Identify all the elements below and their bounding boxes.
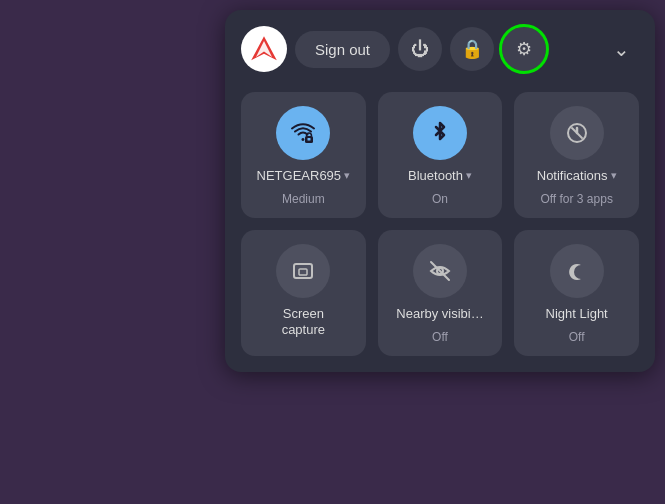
bluetooth-icon <box>426 119 454 147</box>
notifications-icon <box>563 119 591 147</box>
wifi-icon <box>288 118 318 148</box>
nearby-visibility-sublabel: Off <box>432 330 448 344</box>
settings-icon: ⚙ <box>516 38 532 60</box>
notifications-tile[interactable]: Notifications ▾ Off for 3 apps <box>514 92 639 218</box>
nearby-visibility-label: Nearby visibi… <box>396 306 483 322</box>
notifications-icon-circle <box>550 106 604 160</box>
lock-icon: 🔒 <box>461 38 483 60</box>
svg-rect-7 <box>294 264 312 278</box>
screen-capture-icon <box>289 257 317 285</box>
wifi-tile[interactable]: NETGEAR695 ▾ Medium <box>241 92 366 218</box>
night-light-sublabel: Off <box>569 330 585 344</box>
bluetooth-tile[interactable]: Bluetooth ▾ On <box>378 92 503 218</box>
quick-settings-grid: NETGEAR695 ▾ Medium Bluetooth ▾ On <box>241 92 639 356</box>
notifications-sublabel: Off for 3 apps <box>540 192 613 206</box>
header-row: Sign out ⏻ 🔒 ⚙ ⌄ <box>241 26 639 72</box>
bluetooth-label: Bluetooth <box>408 168 463 184</box>
screen-capture-label: Screen capture <box>282 306 325 337</box>
lock-button[interactable]: 🔒 <box>450 27 494 71</box>
screen-capture-icon-circle <box>276 244 330 298</box>
bluetooth-sublabel: On <box>432 192 448 206</box>
night-light-label: Night Light <box>546 306 608 322</box>
night-light-icon <box>563 257 591 285</box>
power-icon: ⏻ <box>411 39 429 60</box>
wifi-dropdown-arrow: ▾ <box>344 169 350 182</box>
nearby-visibility-tile[interactable]: Nearby visibi… Off <box>378 230 503 356</box>
nearby-visibility-icon-circle <box>413 244 467 298</box>
svg-rect-3 <box>308 138 311 141</box>
nearby-visibility-off-icon <box>426 257 454 285</box>
avatar <box>241 26 287 72</box>
svg-rect-8 <box>299 269 307 275</box>
night-light-icon-circle <box>550 244 604 298</box>
notifications-dropdown-arrow: ▾ <box>611 169 617 182</box>
wifi-label-row: NETGEAR695 ▾ <box>257 168 351 184</box>
quick-settings-panel: Sign out ⏻ 🔒 ⚙ ⌄ <box>225 10 655 372</box>
sign-out-button[interactable]: Sign out <box>295 31 390 68</box>
night-light-tile[interactable]: Night Light Off <box>514 230 639 356</box>
bluetooth-icon-circle <box>413 106 467 160</box>
settings-button[interactable]: ⚙ <box>502 27 546 71</box>
nearby-visibility-label-row: Nearby visibi… <box>396 306 483 322</box>
chevron-button[interactable]: ⌄ <box>603 31 639 67</box>
wifi-sublabel: Medium <box>282 192 325 206</box>
wifi-icon-circle <box>276 106 330 160</box>
notifications-label: Notifications <box>537 168 608 184</box>
screen-capture-tile[interactable]: Screen capture <box>241 230 366 356</box>
bluetooth-dropdown-arrow: ▾ <box>466 169 472 182</box>
wifi-label: NETGEAR695 <box>257 168 342 184</box>
svg-line-10 <box>431 262 449 280</box>
chevron-down-icon: ⌄ <box>613 37 630 61</box>
power-button[interactable]: ⏻ <box>398 27 442 71</box>
notifications-label-row: Notifications ▾ <box>537 168 617 184</box>
bluetooth-label-row: Bluetooth ▾ <box>408 168 472 184</box>
